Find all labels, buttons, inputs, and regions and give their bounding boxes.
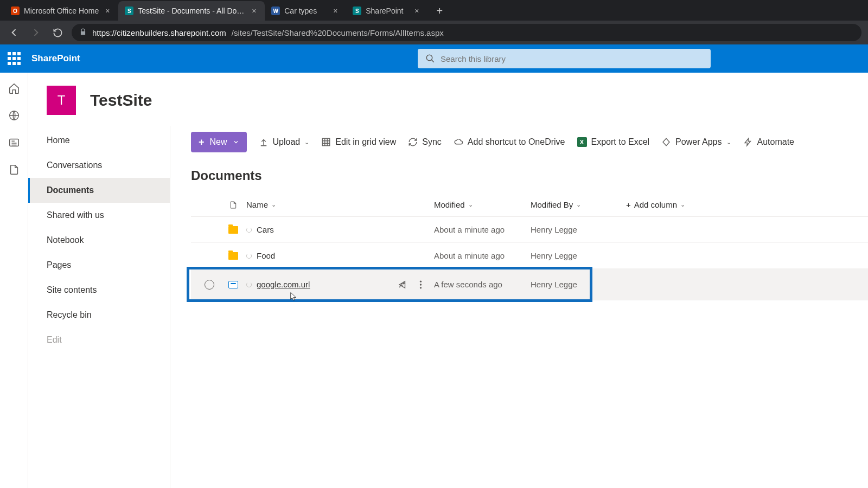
new-button[interactable]: + New bbox=[191, 132, 247, 152]
col-modified-label: Modified bbox=[434, 200, 465, 209]
new-tab-button[interactable]: + bbox=[432, 3, 447, 18]
item-name[interactable]: google.com.url bbox=[257, 280, 310, 289]
col-name-label: Name bbox=[246, 200, 268, 209]
document-area: + New Upload ⌄ Edit in grid view bbox=[170, 126, 868, 488]
more-icon[interactable] bbox=[419, 280, 422, 290]
tab-close-icon[interactable]: × bbox=[412, 7, 421, 15]
app-launcher-icon[interactable] bbox=[5, 50, 23, 67]
globe-icon[interactable] bbox=[8, 110, 20, 121]
tab-strip: O Microsoft Office Home × S TestSite - D… bbox=[0, 0, 868, 21]
item-modified: About a minute ago bbox=[434, 225, 531, 234]
tab-title: Car types bbox=[284, 7, 327, 15]
col-modifiedby-header[interactable]: Modified By ⌄ bbox=[531, 200, 626, 209]
item-modified-by: Henry Legge bbox=[531, 280, 626, 289]
folder-icon bbox=[228, 226, 238, 234]
link-file-icon bbox=[228, 281, 238, 288]
search-box[interactable] bbox=[418, 49, 711, 68]
add-shortcut-label: Add shortcut to OneDrive bbox=[468, 137, 565, 147]
chevron-down-icon: ⌄ bbox=[468, 201, 473, 208]
site-title[interactable]: TestSite bbox=[90, 91, 152, 110]
automate-icon bbox=[743, 137, 753, 147]
edit-grid-label: Edit in grid view bbox=[335, 137, 396, 147]
reload-button[interactable] bbox=[50, 25, 65, 40]
svg-point-4 bbox=[420, 280, 422, 282]
plus-icon: + bbox=[626, 200, 631, 209]
main-split: Home Conversations Documents Shared with… bbox=[28, 126, 868, 488]
nav-documents[interactable]: Documents bbox=[28, 178, 170, 203]
site-logo[interactable]: T bbox=[47, 86, 76, 115]
favicon-sharepoint-icon: S bbox=[125, 7, 133, 15]
back-button[interactable] bbox=[7, 25, 22, 40]
item-modified-by: Henry Legge bbox=[531, 225, 626, 234]
col-type-icon[interactable] bbox=[220, 200, 246, 210]
favicon-word-icon: W bbox=[271, 7, 280, 15]
sync-button[interactable]: Sync bbox=[408, 137, 442, 147]
excel-icon: X bbox=[577, 137, 587, 147]
table-row[interactable]: google.com.url A few seconds ago Henry L… bbox=[191, 269, 868, 300]
left-nav: Home Conversations Documents Shared with… bbox=[28, 126, 170, 488]
home-icon[interactable] bbox=[8, 82, 20, 94]
loading-icon bbox=[246, 282, 252, 287]
share-icon[interactable] bbox=[398, 280, 407, 290]
nav-notebook[interactable]: Notebook bbox=[28, 228, 170, 253]
command-bar: + New Upload ⌄ Edit in grid view bbox=[191, 128, 868, 156]
table-row[interactable]: Cars About a minute ago Henry Legge bbox=[191, 217, 868, 243]
power-apps-label: Power Apps bbox=[675, 137, 722, 147]
browser-tab[interactable]: S SharePoint × bbox=[346, 1, 427, 21]
svg-point-6 bbox=[420, 287, 422, 288]
nav-conversations[interactable]: Conversations bbox=[28, 153, 170, 178]
chevron-down-icon bbox=[233, 139, 239, 145]
svg-point-5 bbox=[420, 284, 422, 285]
item-modified: About a minute ago bbox=[434, 251, 531, 260]
col-modified-header[interactable]: Modified ⌄ bbox=[434, 200, 531, 209]
news-icon[interactable] bbox=[8, 137, 20, 149]
add-column-label: Add column bbox=[634, 200, 677, 209]
nav-shared-with-us[interactable]: Shared with us bbox=[28, 203, 170, 228]
edit-grid-button[interactable]: Edit in grid view bbox=[321, 137, 396, 147]
browser-tab[interactable]: O Microsoft Office Home × bbox=[4, 1, 118, 21]
url-input[interactable]: https://citizenbuilders.sharepoint.com/s… bbox=[72, 24, 861, 41]
url-path: /sites/TestSite/Shared%20Documents/Forms… bbox=[232, 28, 444, 37]
add-shortcut-button[interactable]: Add shortcut to OneDrive bbox=[454, 137, 565, 147]
forward-button[interactable] bbox=[28, 25, 43, 40]
product-name[interactable]: SharePoint bbox=[31, 53, 80, 64]
svg-point-0 bbox=[426, 55, 432, 61]
select-circle[interactable] bbox=[205, 280, 214, 290]
upload-label: Upload bbox=[273, 137, 301, 147]
export-excel-button[interactable]: X Export to Excel bbox=[577, 137, 650, 147]
page-body: T TestSite Home Conversations Documents … bbox=[0, 73, 868, 488]
search-input[interactable] bbox=[441, 54, 703, 63]
tab-close-icon[interactable]: × bbox=[331, 7, 340, 15]
upload-button[interactable]: Upload ⌄ bbox=[259, 137, 310, 147]
new-label: New bbox=[210, 137, 227, 147]
chevron-down-icon: ⌄ bbox=[304, 139, 309, 146]
nav-pages[interactable]: Pages bbox=[28, 253, 170, 278]
chevron-down-icon: ⌄ bbox=[271, 201, 276, 208]
loading-icon bbox=[246, 227, 252, 233]
favicon-office-icon: O bbox=[11, 7, 20, 15]
col-name-header[interactable]: Name ⌄ bbox=[246, 200, 434, 209]
nav-edit[interactable]: Edit bbox=[28, 328, 170, 352]
nav-site-contents[interactable]: Site contents bbox=[28, 278, 170, 303]
chevron-down-icon: ⌄ bbox=[576, 201, 581, 208]
upload-icon bbox=[259, 137, 269, 147]
tab-close-icon[interactable]: × bbox=[250, 7, 258, 15]
svg-rect-3 bbox=[322, 138, 330, 146]
folder-icon bbox=[228, 252, 238, 260]
power-apps-button[interactable]: Power Apps ⌄ bbox=[661, 137, 731, 147]
item-name[interactable]: Cars bbox=[257, 225, 274, 234]
item-name[interactable]: Food bbox=[257, 251, 275, 260]
table-row[interactable]: Food About a minute ago Henry Legge bbox=[191, 243, 868, 269]
nav-home[interactable]: Home bbox=[28, 128, 170, 153]
item-modified-by: Henry Legge bbox=[531, 251, 626, 260]
nav-recycle-bin[interactable]: Recycle bin bbox=[28, 303, 170, 328]
sync-icon bbox=[408, 137, 418, 147]
favicon-sharepoint-icon: S bbox=[353, 7, 361, 15]
tab-close-icon[interactable]: × bbox=[103, 7, 112, 15]
files-icon[interactable] bbox=[8, 164, 20, 176]
automate-button[interactable]: Automate bbox=[743, 137, 794, 147]
add-column-button[interactable]: + Add column ⌄ bbox=[626, 200, 685, 209]
plus-icon: + bbox=[199, 137, 205, 148]
browser-tab[interactable]: W Car types × bbox=[265, 1, 346, 21]
browser-tab-active[interactable]: S TestSite - Documents - All Docum × bbox=[118, 1, 265, 21]
